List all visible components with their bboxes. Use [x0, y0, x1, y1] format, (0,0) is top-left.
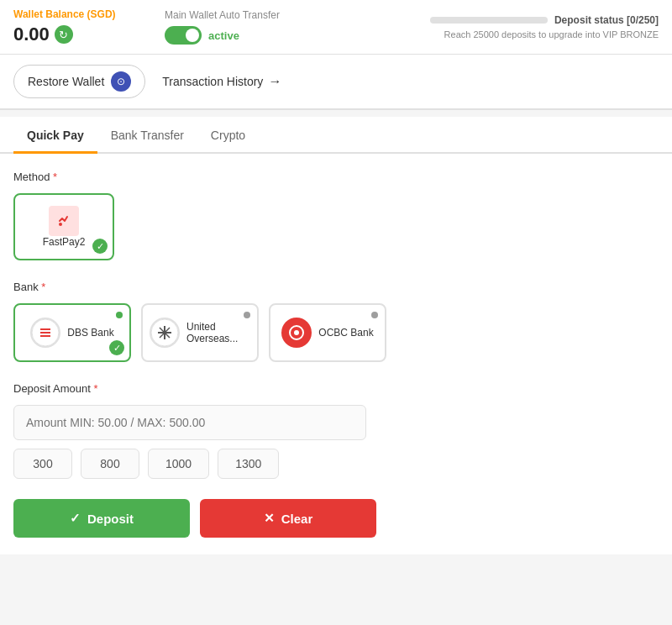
bank-card-uob[interactable]: United Overseas...: [141, 303, 259, 362]
deposit-amount-label: Deposit Amount *: [13, 382, 659, 395]
svg-point-13: [294, 330, 299, 335]
uob-status-dot: [244, 312, 250, 318]
restore-icon: ⊙: [111, 71, 131, 92]
fastpay-check-badge: ✓: [92, 239, 108, 254]
tab-bank-transfer-label: Bank Transfer: [111, 129, 184, 142]
wallet-amount: 0.00: [13, 24, 50, 45]
quick-amount-300[interactable]: 300: [13, 449, 72, 479]
wallet-label: Wallet Balance (SGD): [13, 8, 148, 20]
bank-label: Bank *: [13, 281, 659, 293]
deposit-status-text: Deposit status [0/250]: [554, 14, 659, 26]
quick-amount-800[interactable]: 800: [81, 449, 139, 479]
deposit-progress-bar: [430, 17, 548, 24]
quick-amount-1000[interactable]: 1000: [148, 449, 209, 479]
method-label: Method *: [13, 171, 659, 183]
amount-input[interactable]: [13, 405, 366, 440]
transaction-history-label: Transaction History: [162, 75, 263, 88]
tabs-bar: Quick Pay Bank Transfer Crypto: [0, 117, 672, 154]
quick-amounts: 300 800 1000 1300: [13, 449, 659, 479]
ocbc-status-dot: [371, 312, 378, 318]
bank-cards: DBS Bank ✓ United: [13, 303, 659, 362]
restore-wallet-label: Restore Wallet: [28, 75, 104, 88]
deposit-button[interactable]: ✓ Deposit: [13, 499, 190, 538]
tab-crypto[interactable]: Crypto: [197, 117, 259, 152]
wallet-label-text: Wallet Balance: [13, 8, 84, 20]
transaction-history-link[interactable]: Transaction History →: [162, 74, 281, 89]
arrow-right-icon: →: [268, 74, 281, 89]
wallet-amount-row: 0.00 ↻: [13, 24, 148, 45]
dbs-logo: [30, 318, 60, 348]
tab-bank-transfer[interactable]: Bank Transfer: [97, 117, 197, 152]
method-required: *: [53, 171, 57, 183]
tab-crypto-label: Crypto: [211, 129, 245, 142]
amount-required: *: [93, 382, 97, 395]
ocbc-logo: [281, 318, 312, 348]
wallet-currency: (SGD): [87, 8, 116, 20]
uob-bank-name: United Overseas...: [186, 321, 250, 344]
method-card-fastpay[interactable]: FastPay2 ✓: [13, 193, 114, 260]
deposit-status-section: Deposit status [0/250] Reach 25000 depos…: [316, 14, 659, 39]
auto-transfer-label: Main Wallet Auto Transfer: [165, 9, 316, 21]
bank-card-dbs[interactable]: DBS Bank ✓: [13, 303, 131, 362]
clear-btn-label: Clear: [281, 512, 313, 526]
method-cards: FastPay2 ✓: [13, 193, 659, 260]
auto-transfer-section: Main Wallet Auto Transfer active: [148, 9, 316, 45]
bank-card-ocbc[interactable]: OCBC Bank: [269, 303, 386, 362]
bank-required: *: [41, 281, 45, 293]
dbs-bank-name: DBS Bank: [67, 327, 113, 339]
dbs-check-badge: ✓: [109, 340, 124, 355]
auto-transfer-row: active: [165, 26, 316, 45]
deposit-check-icon: ✓: [70, 511, 81, 526]
action-bar: Restore Wallet ⊙ Transaction History →: [0, 55, 672, 110]
bank-section: Bank * DBS Bank ✓: [13, 281, 659, 362]
tab-quick-pay[interactable]: Quick Pay: [13, 117, 97, 152]
uob-logo: [150, 318, 180, 348]
deposit-upgrade-text: Reach 25000 deposits to upgrade into VIP…: [444, 29, 659, 39]
clear-x-icon: ✕: [264, 511, 275, 526]
main-content: Quick Pay Bank Transfer Crypto Method *: [0, 117, 672, 554]
active-status-text: active: [208, 29, 239, 42]
wallet-balance-section: Wallet Balance (SGD) 0.00 ↻: [13, 8, 148, 45]
tab-quick-pay-label: Quick Pay: [27, 129, 84, 142]
dbs-status-dot: [116, 312, 123, 318]
ocbc-bank-name: OCBC Bank: [318, 327, 373, 339]
clear-button[interactable]: ✕ Clear: [200, 499, 376, 538]
restore-wallet-button[interactable]: Restore Wallet ⊙: [13, 65, 145, 98]
quick-amount-1300[interactable]: 1300: [218, 449, 279, 479]
method-name-fastpay: FastPay2: [43, 236, 86, 248]
deposit-btn-label: Deposit: [87, 512, 134, 526]
deposit-status-header: Deposit status [0/250]: [333, 14, 659, 26]
deposit-amount-section: Deposit Amount * 300 800 1000 1300: [13, 382, 659, 479]
form-content: Method * FastPay2 ✓: [0, 154, 672, 554]
method-section: Method * FastPay2 ✓: [13, 171, 659, 260]
svg-point-1: [59, 223, 62, 226]
fastpay-icon: [49, 206, 79, 236]
action-buttons: ✓ Deposit ✕ Clear: [13, 499, 659, 538]
refresh-button[interactable]: ↻: [55, 25, 73, 44]
top-bar: Wallet Balance (SGD) 0.00 ↻ Main Wallet …: [0, 0, 672, 55]
auto-transfer-toggle[interactable]: [165, 26, 202, 45]
